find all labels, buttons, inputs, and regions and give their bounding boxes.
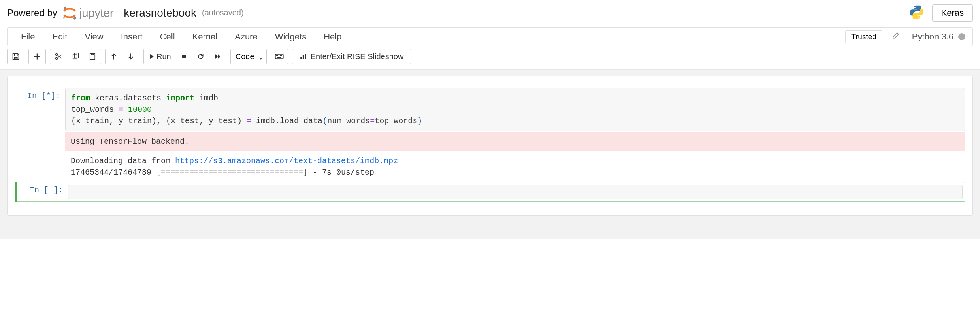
stop-icon — [181, 53, 187, 60]
svg-point-4 — [918, 17, 919, 18]
menu-edit[interactable]: Edit — [43, 27, 76, 46]
input-prompt: In [ ]: — [17, 182, 68, 201]
svg-point-2 — [63, 17, 65, 19]
output-stdout: Downloading data from https://s3.amazona… — [65, 151, 965, 178]
jupyter-icon — [61, 5, 78, 21]
restart-icon — [197, 53, 204, 60]
run-label: Run — [156, 52, 171, 61]
jupyter-logo: jupyter — [61, 5, 114, 21]
svg-rect-17 — [281, 55, 282, 56]
notebook-scroll-area[interactable]: In [*]: from keras.datasets import imdb … — [0, 70, 980, 239]
interrupt-button[interactable] — [175, 49, 192, 64]
jupyter-text: jupyter — [79, 6, 114, 20]
copy-icon — [72, 53, 79, 60]
scissors-icon — [55, 53, 62, 60]
run-icon — [148, 53, 154, 60]
code-input[interactable]: from keras.datasets import imdb top_word… — [65, 88, 965, 131]
input-prompt: In [*]: — [15, 88, 65, 178]
menu-insert[interactable]: Insert — [112, 27, 151, 46]
svg-rect-21 — [305, 54, 306, 59]
svg-rect-11 — [182, 55, 186, 58]
save-button[interactable] — [7, 49, 24, 64]
move-up-button[interactable] — [105, 49, 122, 64]
menu-cell[interactable]: Cell — [151, 27, 184, 46]
powered-by-label: Powered by — [7, 8, 57, 19]
menu-azure[interactable]: Azure — [226, 27, 266, 46]
python-logo-icon — [908, 4, 925, 22]
bar-chart-icon — [300, 53, 307, 60]
restart-button[interactable] — [192, 49, 209, 64]
fast-forward-icon — [214, 53, 221, 60]
svg-point-5 — [56, 58, 58, 60]
svg-point-1 — [74, 17, 76, 20]
keyboard-icon — [275, 53, 284, 60]
svg-rect-14 — [277, 55, 278, 56]
save-icon — [12, 53, 20, 60]
svg-rect-15 — [279, 55, 279, 56]
rise-label: Enter/Exit RISE Slideshow — [311, 52, 404, 61]
kernel-status-icon — [958, 33, 965, 40]
menu-kernel[interactable]: Kernel — [184, 27, 226, 46]
toolbar: Run Code — [7, 49, 973, 64]
arrow-down-icon — [127, 53, 135, 60]
svg-point-0 — [64, 6, 66, 9]
menu-view[interactable]: View — [76, 27, 112, 46]
svg-rect-12 — [275, 54, 283, 59]
notebook-header: Powered by jupyter kerasnotebook (autosa… — [0, 0, 980, 27]
paste-icon — [89, 53, 96, 60]
pencil-icon[interactable] — [887, 32, 904, 41]
code-cell-selected[interactable]: In [ ]: — [15, 182, 965, 202]
trusted-button[interactable]: Trusted — [845, 30, 882, 43]
menubar: File Edit View Insert Cell Kernel Azure … — [7, 27, 973, 46]
move-down-button[interactable] — [122, 49, 139, 64]
code-cell[interactable]: In [*]: from keras.datasets import imdb … — [15, 88, 965, 178]
kernel-name[interactable]: Python 3.6 — [912, 32, 954, 42]
notebook-container: In [*]: from keras.datasets import imdb … — [7, 76, 973, 216]
svg-point-6 — [56, 54, 58, 56]
menu-widgets[interactable]: Widgets — [266, 27, 315, 46]
command-palette-button[interactable] — [271, 49, 288, 64]
run-button[interactable]: Run — [143, 49, 175, 64]
keras-button[interactable]: Keras — [932, 4, 973, 22]
paste-button[interactable] — [84, 49, 101, 64]
download-url-link[interactable]: https://s3.amazonaws.com/text-datasets/i… — [175, 156, 398, 165]
autosave-indicator: (autosaved) — [202, 8, 244, 17]
insert-cell-button[interactable] — [28, 49, 46, 64]
celltype-select[interactable]: Code — [230, 49, 267, 64]
rise-slideshow-button[interactable]: Enter/Exit RISE Slideshow — [292, 49, 411, 64]
plus-icon — [33, 53, 41, 60]
divider — [908, 32, 908, 42]
svg-point-3 — [914, 7, 915, 8]
notebook-name[interactable]: kerasnotebook — [124, 7, 196, 19]
svg-rect-19 — [300, 57, 302, 59]
svg-rect-20 — [303, 55, 304, 59]
restart-run-all-button[interactable] — [209, 49, 226, 64]
svg-rect-16 — [280, 55, 281, 56]
menu-file[interactable]: File — [12, 27, 43, 46]
arrow-up-icon — [110, 53, 118, 60]
output-stderr: Using TensorFlow backend. — [65, 132, 965, 151]
code-input[interactable] — [68, 185, 963, 199]
copy-button[interactable] — [67, 49, 84, 64]
svg-rect-13 — [276, 55, 277, 56]
celltype-select-wrap[interactable]: Code — [230, 49, 267, 64]
svg-rect-18 — [277, 57, 281, 58]
cut-button[interactable] — [50, 49, 67, 64]
menu-help[interactable]: Help — [315, 27, 350, 46]
